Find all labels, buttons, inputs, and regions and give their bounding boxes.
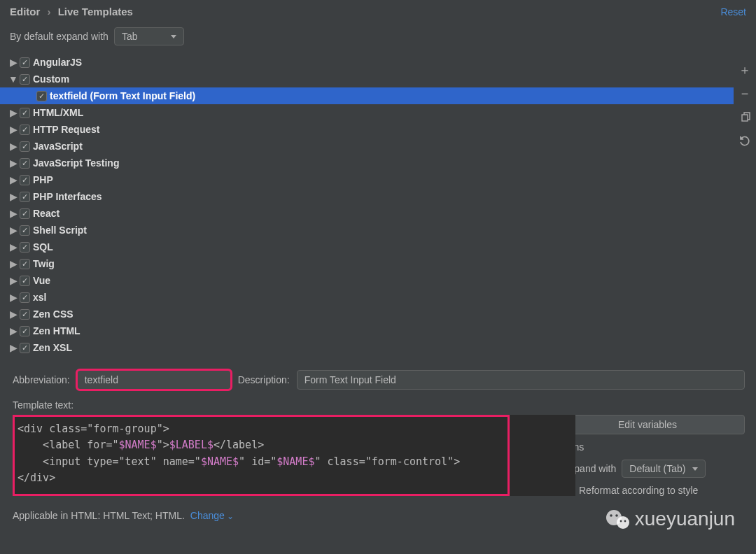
tree-item[interactable]: ▶JavaScript Testing bbox=[0, 155, 734, 171]
tree-item-checkbox[interactable] bbox=[20, 276, 30, 286]
chevron-right-icon[interactable]: ▶ bbox=[10, 141, 17, 152]
tree-item-checkbox[interactable] bbox=[20, 343, 30, 353]
tree-item-label: Custom bbox=[33, 73, 69, 85]
chevron-right-icon[interactable]: ▶ bbox=[10, 258, 17, 269]
chevron-right-icon[interactable]: ▶ bbox=[10, 225, 17, 236]
chevron-right-icon[interactable]: ▶ bbox=[10, 174, 17, 185]
description-input[interactable] bbox=[297, 370, 745, 390]
chevron-right-icon[interactable]: ▶ bbox=[10, 107, 17, 118]
chevron-right-icon[interactable]: ▶ bbox=[10, 275, 17, 286]
tree-item-checkbox[interactable] bbox=[20, 242, 30, 253]
chevron-right-icon[interactable]: ▶ bbox=[10, 191, 17, 202]
tree-item-checkbox[interactable] bbox=[20, 192, 30, 202]
expand-with-option-select[interactable]: Default (Tab) bbox=[622, 460, 706, 478]
chevron-right-icon[interactable] bbox=[27, 90, 34, 101]
tree-item-checkbox[interactable] bbox=[20, 108, 30, 118]
applicable-text: Applicable in HTML: HTML Text; HTML. bbox=[13, 510, 185, 521]
reformat-label: Reformat according to style bbox=[579, 485, 698, 496]
tree-item[interactable]: ▶SQL bbox=[0, 239, 734, 255]
template-text-label: Template text: bbox=[13, 399, 745, 411]
tree-item-checkbox[interactable] bbox=[36, 91, 47, 101]
tree-item-label: xsl bbox=[33, 292, 46, 303]
chevron-right-icon[interactable]: ▶ bbox=[10, 241, 17, 253]
chevron-right-icon[interactable]: ▶ bbox=[10, 157, 17, 169]
svg-rect-0 bbox=[742, 115, 748, 121]
chevron-right-icon[interactable]: ▶ bbox=[10, 57, 17, 68]
tree-item-label: AngularJS bbox=[33, 57, 82, 68]
chevron-right-icon[interactable]: ▶ bbox=[10, 308, 17, 320]
chevron-right-icon[interactable]: ▶ bbox=[10, 342, 17, 353]
chevron-right-icon[interactable]: ▶ bbox=[10, 124, 17, 135]
tree-item[interactable]: ▶HTML/XML bbox=[0, 104, 734, 121]
tree-item-label: JavaScript bbox=[33, 141, 83, 152]
tree-item[interactable]: ▶Zen XSL bbox=[0, 339, 734, 356]
expand-with-select[interactable]: Tab bbox=[114, 27, 184, 45]
tree-item-checkbox[interactable] bbox=[20, 57, 30, 68]
tree-item-label: Shell Script bbox=[33, 225, 87, 236]
revert-button[interactable] bbox=[737, 134, 752, 149]
tree-item[interactable]: ▶Vue bbox=[0, 272, 734, 289]
chevron-right-icon[interactable]: ▶ bbox=[10, 208, 17, 219]
expand-with-value: Tab bbox=[122, 31, 138, 42]
options-title: Options bbox=[550, 441, 745, 453]
tree-item-checkbox[interactable] bbox=[20, 74, 30, 85]
description-label: Description: bbox=[238, 374, 290, 385]
breadcrumb-separator: › bbox=[48, 6, 51, 17]
abbreviation-input[interactable] bbox=[77, 370, 231, 390]
tree-item[interactable]: ▼Custom bbox=[0, 71, 734, 87]
breadcrumb: Editor › Live Templates bbox=[10, 6, 133, 17]
tree-item[interactable]: ▶HTTP Request bbox=[0, 121, 734, 138]
reset-link[interactable]: Reset bbox=[720, 6, 746, 17]
tree-item-label: HTML/XML bbox=[33, 107, 83, 118]
tree-item-checkbox[interactable] bbox=[20, 309, 30, 320]
duplicate-icon bbox=[739, 112, 750, 123]
breadcrumb-page: Live Templates bbox=[58, 6, 133, 17]
tree-item[interactable]: ▶xsl bbox=[0, 289, 734, 306]
tree-item-checkbox[interactable] bbox=[20, 259, 30, 269]
tree-item[interactable]: ▶Zen CSS bbox=[0, 306, 734, 322]
tree-item-checkbox[interactable] bbox=[20, 158, 30, 169]
tree-item-checkbox[interactable] bbox=[20, 175, 30, 185]
remove-button[interactable]: − bbox=[737, 86, 752, 101]
tree-item-label: Twig bbox=[33, 258, 55, 269]
tree-item-checkbox[interactable] bbox=[20, 125, 30, 135]
abbreviation-label: Abbreviation: bbox=[13, 374, 70, 385]
expand-with-option-value: Default (Tab) bbox=[629, 463, 685, 474]
tree-item[interactable]: ▶Zen HTML bbox=[0, 322, 734, 339]
breadcrumb-parent[interactable]: Editor bbox=[10, 6, 40, 17]
edit-variables-button[interactable]: Edit variables bbox=[550, 415, 745, 434]
tree-item[interactable]: ▶Twig bbox=[0, 255, 734, 272]
tree-item[interactable]: ▶AngularJS bbox=[0, 54, 734, 71]
tree-item-checkbox[interactable] bbox=[20, 292, 30, 303]
tree-item[interactable]: ▶JavaScript bbox=[0, 138, 734, 155]
tree-item-label: SQL bbox=[33, 241, 53, 253]
tree-item-label: Zen HTML bbox=[33, 325, 80, 336]
template-text-editor[interactable]: <div class="form-group"> <label for="$NA… bbox=[13, 415, 510, 496]
tree-item[interactable]: ▶Shell Script bbox=[0, 222, 734, 239]
expand-with-label: By default expand with bbox=[10, 31, 108, 42]
tree-item-label: React bbox=[33, 208, 59, 219]
tree-item-checkbox[interactable] bbox=[20, 141, 30, 152]
tree-item-label: PHP Interfaces bbox=[33, 191, 102, 202]
chevron-right-icon[interactable]: ▶ bbox=[10, 325, 17, 336]
change-link[interactable]: Change bbox=[190, 510, 234, 521]
tree-item-checkbox[interactable] bbox=[20, 208, 30, 219]
tree-item[interactable]: ▶PHP bbox=[0, 171, 734, 188]
tree-item-label: Zen CSS bbox=[33, 308, 74, 320]
tree-item[interactable]: ▶PHP Interfaces bbox=[0, 188, 734, 205]
tree-item[interactable]: ▶React bbox=[0, 205, 734, 222]
revert-icon bbox=[738, 135, 751, 148]
chevron-right-icon[interactable]: ▶ bbox=[10, 292, 17, 303]
plus-icon: ＋ bbox=[738, 62, 751, 78]
tree-item-label: JavaScript Testing bbox=[33, 157, 119, 169]
template-tree[interactable]: ▶AngularJS▼Custom textfield (Form Text I… bbox=[0, 52, 734, 360]
chevron-down-icon[interactable]: ▼ bbox=[10, 73, 17, 85]
duplicate-button[interactable] bbox=[737, 110, 752, 125]
tree-item-checkbox[interactable] bbox=[20, 326, 30, 336]
tree-item-label: Zen XSL bbox=[33, 342, 72, 353]
add-button[interactable]: ＋ bbox=[737, 62, 752, 78]
tree-item-label: HTTP Request bbox=[33, 124, 99, 135]
tree-item-checkbox[interactable] bbox=[20, 225, 30, 236]
tree-item[interactable]: textfield (Form Text Input Field) bbox=[0, 87, 734, 104]
side-toolbar: ＋ − bbox=[734, 52, 756, 360]
